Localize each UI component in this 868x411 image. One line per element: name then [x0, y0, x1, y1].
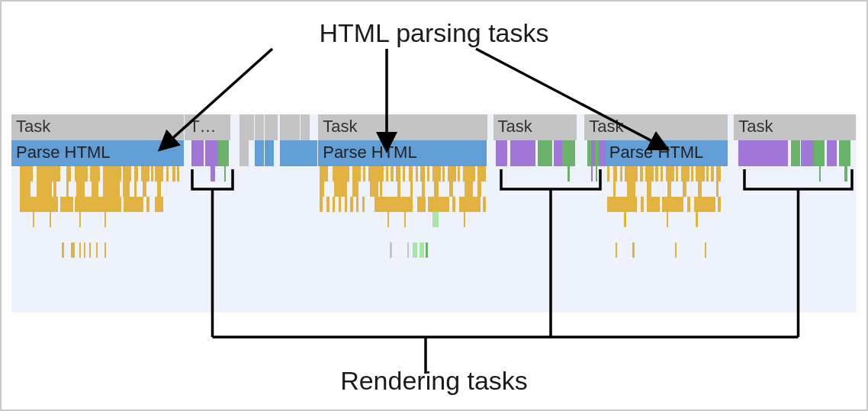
task-row: TaskT…TaskTaskTaskTask [11, 114, 857, 140]
flame-bar [452, 197, 455, 212]
flame-bar [624, 212, 625, 227]
flame-graph [11, 166, 857, 258]
flame-bar [172, 166, 175, 181]
flame-bar [211, 166, 215, 181]
flame-bar [134, 181, 137, 197]
flame-bar [390, 242, 391, 258]
flame-bar [625, 166, 638, 181]
flame-bar [352, 166, 361, 181]
flame-bar [104, 212, 106, 227]
flame-bar [683, 181, 687, 197]
flame-bar [655, 166, 657, 181]
flame-bar [397, 181, 400, 197]
flame-bar [375, 197, 413, 212]
flame-bar [647, 181, 651, 197]
flame-bar [681, 166, 690, 181]
flame-bar [661, 166, 663, 181]
flame-bar [76, 181, 85, 197]
flame-bar [146, 197, 149, 212]
purple-segment [496, 140, 509, 166]
flame-bar [819, 166, 821, 181]
flame-bar [155, 197, 163, 212]
subtask-label: Parse HTML [609, 143, 703, 162]
flame-bar [667, 212, 668, 227]
task-block [268, 114, 278, 140]
flame-bar [79, 242, 81, 258]
flame-bar [706, 166, 709, 181]
flame-bar [96, 242, 98, 258]
flame-bar [20, 166, 33, 181]
flame-bar [694, 197, 715, 212]
flame-bar [33, 212, 34, 227]
flame-bar [675, 242, 677, 258]
flame-bar [716, 166, 721, 181]
flame-bar [104, 242, 106, 258]
flame-bar [123, 166, 131, 181]
flame-bar [320, 197, 322, 212]
task-block: Task [493, 114, 578, 140]
flame-bar [477, 166, 486, 181]
flame-bar [37, 181, 52, 197]
flame-bar [483, 197, 485, 212]
parse-html-block: Parse HTML [11, 140, 185, 166]
flame-bar [716, 181, 719, 197]
task-block: Task [584, 114, 728, 140]
flame-bar [177, 166, 179, 181]
flame-bar [404, 212, 406, 227]
flame-row [11, 181, 857, 197]
green-segment [839, 140, 852, 166]
purple-segment [738, 140, 789, 166]
flame-bar [632, 242, 634, 258]
green-segment [791, 140, 801, 166]
parse-html-block: Parse HTML [318, 140, 487, 166]
flame-bar [458, 166, 460, 181]
flame-bar [141, 166, 149, 181]
flame-bar [667, 181, 672, 197]
flame-bar [607, 166, 609, 181]
flame-bar [326, 197, 329, 212]
flame-bar [477, 181, 482, 197]
flame-bar [123, 181, 130, 197]
flame-bar [37, 166, 60, 181]
flame-bar [416, 166, 418, 181]
flame-bar [417, 197, 426, 212]
flame-row [11, 242, 857, 258]
flame-bar [464, 212, 465, 227]
purple-segment [191, 140, 204, 166]
diagram-frame: HTML parsing tasks Rendering tasks TaskT… [0, 0, 868, 411]
flame-bar [20, 181, 31, 197]
flame-bar [370, 181, 378, 197]
flame-bar [647, 197, 660, 212]
flame-bar [155, 166, 163, 181]
task-label: Task [498, 117, 532, 136]
flame-bar [705, 242, 706, 258]
flame-row [11, 166, 857, 181]
flame-bar [844, 166, 847, 181]
top-annotation-label: HTML parsing tasks [319, 18, 548, 48]
grey-segment [240, 140, 249, 166]
flame-bar [396, 166, 400, 181]
task-label: Task [738, 117, 773, 136]
flame-bar [596, 166, 597, 181]
flame-bar [718, 197, 720, 212]
flame-bar [386, 166, 388, 181]
flame-bar [420, 242, 424, 258]
flame-bar [434, 181, 439, 197]
flame-bar [79, 212, 81, 227]
flame-bar [640, 166, 642, 181]
purple-segment [827, 140, 837, 166]
subtask-label: Parse HTML [323, 143, 416, 162]
flame-bar [662, 197, 683, 212]
green-segment [562, 140, 576, 166]
flame-bar [320, 166, 328, 181]
flame-bar [362, 197, 365, 212]
flame-bar [432, 166, 441, 181]
task-block [291, 114, 301, 140]
flame-bar [711, 166, 713, 181]
flame-bar [409, 166, 413, 181]
flame-bar [134, 166, 139, 181]
flame-bar [320, 181, 324, 197]
flame-bar [463, 166, 476, 181]
flame-bar [422, 181, 424, 197]
task-block [255, 114, 265, 140]
